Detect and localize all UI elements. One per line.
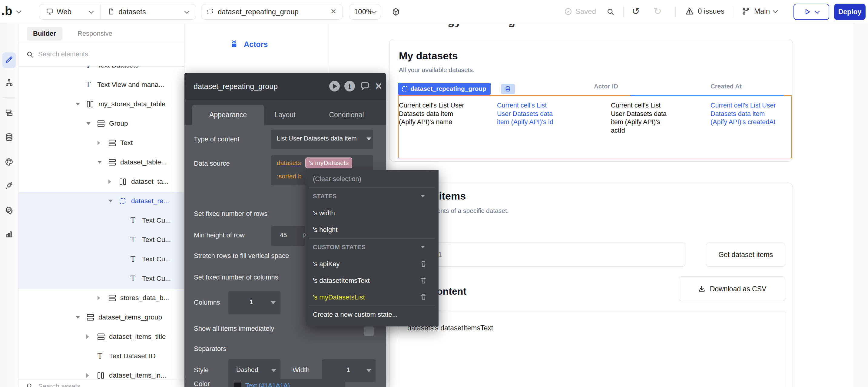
color-picker[interactable]: Text (#1A1A1A) (228, 379, 345, 387)
dropdown-state-item[interactable]: 's apiKey (313, 259, 340, 269)
tree-item-stores-data-b[interactable]: stores_data_b... (18, 288, 184, 308)
chevron-down-icon[interactable] (184, 9, 190, 14)
tree-item-text-cu[interactable]: TText Cu... (18, 250, 184, 269)
chevron-down-icon[interactable] (815, 9, 820, 14)
close-icon[interactable]: ✕ (375, 81, 382, 92)
dropdown-state-item[interactable]: 's myDatasetsList (313, 292, 365, 302)
tree-item-dataset-items-title[interactable]: dataset_items_title (18, 327, 184, 347)
tree-item-dataset-re[interactable]: dataset_re... (18, 191, 184, 211)
tab-conditional[interactable]: Conditional (318, 105, 375, 125)
palette-icon[interactable] (4, 158, 13, 168)
dataset-content-box[interactable]: datasets's datasetItemsText (398, 312, 785, 387)
style-select[interactable]: Dashed (228, 359, 280, 382)
tab-layout[interactable]: Layout (264, 105, 306, 125)
tree-item-text-cu[interactable]: TText Cu... (18, 211, 184, 230)
tree-item-dataset-table[interactable]: dataset_table... (18, 153, 184, 172)
get-dataset-items-button[interactable]: Get dataset items (706, 243, 785, 267)
columns-select[interactable]: 1 (228, 291, 280, 314)
tree-item-dataset-ta[interactable]: dataset_ta... (18, 172, 184, 191)
info-icon[interactable]: i (344, 81, 355, 92)
repeating-group-cell[interactable]: Current cell's List User Datasets data i… (611, 101, 692, 135)
tree-item-dataset-items-group[interactable]: dataset_items_group (18, 308, 184, 327)
tab-appearance[interactable]: Appearance (192, 105, 265, 125)
comment-icon[interactable] (360, 81, 370, 92)
download-csv-button[interactable]: Download as CSV (679, 277, 785, 301)
settings-gear-icon[interactable] (4, 205, 13, 216)
zoom-select[interactable]: 100% (349, 4, 381, 20)
min-height-input[interactable]: 45 (271, 226, 305, 246)
dropdown-clear-selection[interactable]: (Clear selection) (313, 174, 361, 184)
color-value-link[interactable]: Text (#1A1A1A) (245, 382, 290, 387)
expand-arrow-icon[interactable] (86, 122, 91, 125)
pencil-icon[interactable] (5, 56, 13, 65)
dropdown-state-item[interactable]: 's datasetItemsText (313, 276, 370, 286)
width-select[interactable]: 1 (322, 359, 376, 382)
dropdown-create-custom-state[interactable]: Create a new custom state... (313, 310, 398, 320)
plugin-icon[interactable] (4, 181, 13, 191)
color-swatch (233, 382, 241, 387)
collapsed-arrow-icon[interactable] (108, 180, 111, 184)
redo-icon[interactable]: ↻ (654, 5, 662, 17)
expression-suffix[interactable]: :sorted b (277, 172, 302, 180)
tree-item-label: Text Datasets (97, 66, 138, 69)
dataset-id-input[interactable] (398, 243, 685, 267)
element-search-bar[interactable]: Search elements (18, 43, 184, 67)
tree-item-text-cu[interactable]: TText Cu... (18, 230, 184, 250)
trash-icon[interactable] (421, 277, 427, 285)
show-all-checkbox[interactable] (364, 326, 374, 336)
element-tab[interactable]: dataset_repeating_group ✕ (201, 4, 343, 20)
trash-icon[interactable] (421, 260, 427, 268)
repeating-group-cell[interactable]: Current cell's List User Datasets data i… (711, 101, 786, 127)
tab-responsive[interactable]: Responsive (72, 27, 118, 40)
expand-arrow-icon[interactable] (76, 316, 80, 319)
expression-state-token[interactable]: 's myDatasets (305, 158, 352, 168)
database-icon[interactable] (4, 133, 13, 143)
tree-item-group[interactable]: Group (18, 114, 184, 133)
branch-selector[interactable]: Main (741, 7, 777, 16)
type-of-content-select[interactable]: List User Datasets data item (271, 130, 373, 149)
close-icon[interactable]: ✕ (331, 7, 337, 16)
hierarchy-icon[interactable] (5, 78, 13, 88)
preview-button[interactable] (794, 4, 829, 20)
platform-label[interactable]: Web (57, 7, 71, 16)
collapsed-arrow-icon[interactable] (86, 374, 89, 378)
page-label[interactable]: datasets (118, 7, 146, 16)
charts-icon[interactable] (5, 230, 13, 239)
tree-item-text-cu[interactable]: TText Cu... (18, 269, 184, 288)
dropdown-section-header[interactable]: CUSTOM STATES (313, 243, 366, 252)
search-icon[interactable] (606, 7, 615, 16)
collapsed-arrow-icon[interactable] (86, 334, 89, 339)
expand-arrow-icon[interactable] (97, 161, 102, 164)
cube-icon[interactable] (391, 7, 400, 17)
components-icon[interactable] (5, 108, 13, 118)
dropdown-state-item[interactable]: 's height (313, 225, 337, 235)
expand-arrow-icon[interactable] (108, 200, 113, 202)
logo-chevron-icon[interactable] (17, 8, 22, 13)
issues-indicator[interactable]: 0 issues (685, 7, 724, 16)
bubble-logo[interactable]: b (5, 4, 12, 18)
tree-item-text[interactable]: Text (18, 133, 184, 153)
tree-item-dataset-items-in[interactable]: dataset_items_in... (18, 366, 184, 379)
chevron-down-icon[interactable] (89, 9, 94, 14)
deploy-button[interactable]: Deploy (834, 4, 866, 20)
tree-item-text-dataset-id[interactable]: TText Dataset ID (18, 347, 184, 366)
collapsed-arrow-icon[interactable] (97, 296, 100, 300)
repeating-group-cell[interactable]: Current cell's List User Datasets data i… (399, 101, 496, 127)
collapsed-arrow-icon[interactable] (97, 141, 100, 145)
canvas-nav-item-actors[interactable]: Actors (229, 39, 268, 49)
trash-icon[interactable] (421, 294, 427, 301)
asset-search-bar[interactable]: Search assets (18, 379, 184, 387)
tree-item-text-datasets[interactable]: TText Datasets (18, 66, 184, 75)
tab-builder[interactable]: Builder (27, 27, 62, 40)
chevron-down-icon[interactable] (421, 195, 425, 197)
preview-element-icon[interactable] (329, 81, 340, 92)
expand-arrow-icon[interactable] (76, 103, 80, 106)
tree-item-my-stores-data-table[interactable]: my_stores_data_table (18, 95, 184, 114)
expression-prefix[interactable]: datasets (277, 159, 301, 166)
repeating-group-cell[interactable]: Current cell's List User Datasets data i… (497, 101, 578, 127)
dropdown-section-header[interactable]: STATES (313, 192, 337, 201)
dropdown-state-item[interactable]: 's width (313, 208, 335, 218)
tree-item-text-view-and-mana[interactable]: TText View and mana... (18, 75, 184, 95)
chevron-down-icon[interactable] (421, 246, 425, 248)
undo-icon[interactable]: ↺ (632, 5, 640, 17)
